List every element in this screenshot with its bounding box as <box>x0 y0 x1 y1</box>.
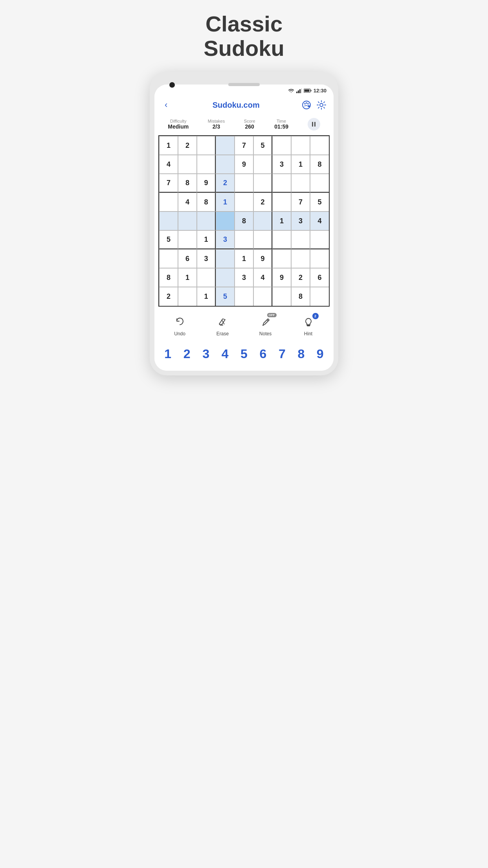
number-button-2[interactable]: 2 <box>181 345 193 363</box>
cell[interactable] <box>178 287 197 306</box>
cell[interactable]: 1 <box>216 193 235 211</box>
cell[interactable]: 1 <box>159 136 178 155</box>
cell[interactable] <box>235 174 253 193</box>
cell[interactable]: 1 <box>291 155 310 174</box>
number-button-9[interactable]: 9 <box>314 345 326 363</box>
cell[interactable] <box>272 249 291 268</box>
number-button-4[interactable]: 4 <box>219 345 231 363</box>
cell[interactable] <box>310 136 329 155</box>
cell[interactable]: 5 <box>310 193 329 211</box>
cell[interactable] <box>310 287 329 306</box>
cell[interactable]: 8 <box>310 155 329 174</box>
cell[interactable]: 3 <box>197 249 216 268</box>
cell[interactable]: 1 <box>197 230 216 249</box>
cell[interactable] <box>253 230 272 249</box>
cell[interactable]: 9 <box>197 174 216 193</box>
cell[interactable] <box>197 136 216 155</box>
cell[interactable] <box>310 230 329 249</box>
cell[interactable]: 9 <box>253 249 272 268</box>
cell[interactable]: 2 <box>216 174 235 193</box>
cell[interactable] <box>253 287 272 306</box>
cell[interactable]: 5 <box>159 230 178 249</box>
cell[interactable]: 3 <box>235 268 253 287</box>
cell[interactable] <box>291 136 310 155</box>
cell[interactable] <box>216 249 235 268</box>
cell[interactable] <box>216 155 235 174</box>
cell[interactable] <box>272 193 291 211</box>
erase-button[interactable]: Erase <box>216 315 230 337</box>
cell[interactable] <box>216 136 235 155</box>
cell[interactable]: 7 <box>235 136 253 155</box>
cell[interactable]: 5 <box>253 136 272 155</box>
notes-button[interactable]: OFF Notes <box>259 315 273 337</box>
cell[interactable] <box>159 249 178 268</box>
cell[interactable] <box>291 174 310 193</box>
cell[interactable] <box>178 155 197 174</box>
settings-icon-button[interactable] <box>316 100 327 110</box>
cell[interactable] <box>253 211 272 230</box>
cell[interactable]: 4 <box>178 193 197 211</box>
cell[interactable]: 9 <box>272 268 291 287</box>
cell[interactable]: 5 <box>216 287 235 306</box>
number-button-8[interactable]: 8 <box>295 345 307 363</box>
number-button-3[interactable]: 3 <box>200 345 212 363</box>
cell[interactable] <box>235 193 253 211</box>
cell[interactable] <box>253 174 272 193</box>
cell[interactable] <box>291 230 310 249</box>
cell[interactable]: 8 <box>178 174 197 193</box>
pause-button[interactable] <box>308 118 320 131</box>
cell[interactable]: 6 <box>178 249 197 268</box>
cell[interactable]: 3 <box>272 155 291 174</box>
cell[interactable]: 4 <box>310 211 329 230</box>
cell[interactable] <box>197 155 216 174</box>
number-button-7[interactable]: 7 <box>276 345 288 363</box>
cell[interactable]: 8 <box>291 287 310 306</box>
cell[interactable]: 2 <box>159 287 178 306</box>
cell[interactable] <box>272 287 291 306</box>
time-value: 01:59 <box>274 123 288 130</box>
cell[interactable] <box>235 230 253 249</box>
sudoku-grid[interactable]: 1275493187892481275813451363198134926215… <box>158 135 330 307</box>
cell[interactable]: 6 <box>310 268 329 287</box>
number-button-5[interactable]: 5 <box>238 345 250 363</box>
cell[interactable] <box>216 211 235 230</box>
cell[interactable] <box>178 230 197 249</box>
undo-button[interactable]: Undo <box>173 315 187 337</box>
cell[interactable]: 3 <box>291 211 310 230</box>
cell[interactable] <box>159 211 178 230</box>
cell[interactable] <box>253 155 272 174</box>
cell[interactable] <box>178 211 197 230</box>
cell[interactable] <box>197 268 216 287</box>
cell[interactable]: 4 <box>253 268 272 287</box>
cell[interactable] <box>272 174 291 193</box>
hint-button[interactable]: 2 Hint <box>301 315 316 337</box>
cell[interactable]: 4 <box>159 155 178 174</box>
cell[interactable]: 1 <box>235 249 253 268</box>
cell[interactable]: 9 <box>235 155 253 174</box>
cell[interactable]: 8 <box>197 193 216 211</box>
cell[interactable]: 7 <box>291 193 310 211</box>
cell[interactable] <box>310 249 329 268</box>
cell[interactable]: 8 <box>235 211 253 230</box>
back-button[interactable]: ‹ <box>161 98 171 112</box>
cell[interactable]: 8 <box>159 268 178 287</box>
cell[interactable]: 1 <box>272 211 291 230</box>
cell[interactable]: 1 <box>178 268 197 287</box>
cell[interactable] <box>159 193 178 211</box>
cell[interactable]: 3 <box>216 230 235 249</box>
cell[interactable] <box>272 230 291 249</box>
cell[interactable] <box>197 211 216 230</box>
palette-icon-button[interactable] <box>301 100 312 110</box>
cell[interactable] <box>216 268 235 287</box>
number-button-6[interactable]: 6 <box>257 345 269 363</box>
cell[interactable]: 2 <box>291 268 310 287</box>
cell[interactable]: 1 <box>197 287 216 306</box>
cell[interactable]: 2 <box>178 136 197 155</box>
cell[interactable] <box>272 136 291 155</box>
cell[interactable] <box>291 249 310 268</box>
cell[interactable] <box>235 287 253 306</box>
cell[interactable] <box>310 174 329 193</box>
cell[interactable]: 2 <box>253 193 272 211</box>
number-button-1[interactable]: 1 <box>162 345 174 363</box>
cell[interactable]: 7 <box>159 174 178 193</box>
